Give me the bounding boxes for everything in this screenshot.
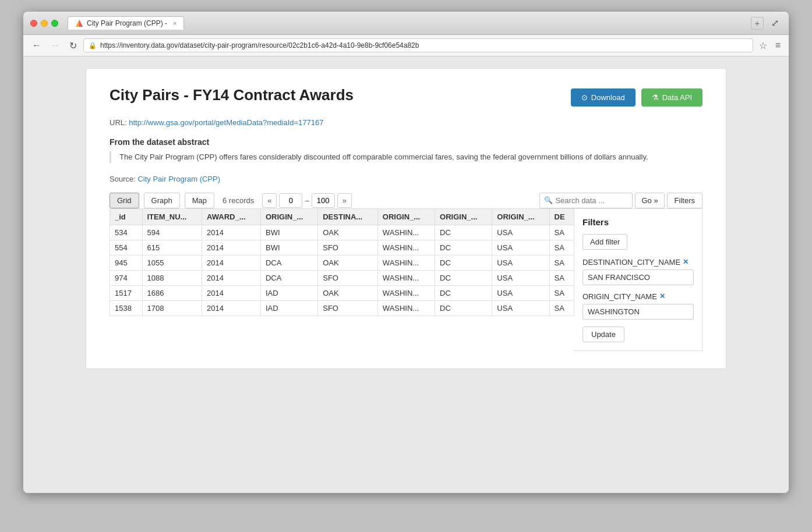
table-cell: 1686: [142, 285, 202, 300]
go-button[interactable]: Go »: [635, 193, 664, 208]
filter1-field-name: DESTINATION_CITY_NAME: [582, 258, 680, 267]
traffic-lights: [30, 20, 58, 27]
page-start-input[interactable]: [279, 193, 302, 208]
table-cell: 2014: [202, 270, 261, 285]
dataset-url-link[interactable]: http://www.gsa.gov/portal/getMediaData?m…: [129, 118, 323, 127]
filters-panel: Filters Add filter DESTINATION_CITY_NAME…: [574, 208, 702, 351]
filters-panel-title: Filters: [582, 217, 694, 227]
table-cell: 1055: [142, 255, 202, 270]
table-row[interactable]: 5345942014BWIOAKWASHIN...DCUSASA: [110, 225, 574, 240]
back-button[interactable]: ←: [29, 39, 44, 52]
prev-page-button[interactable]: «: [262, 193, 277, 208]
table-cell: WASHIN...: [377, 285, 435, 300]
update-button[interactable]: Update: [582, 327, 624, 342]
filters-button[interactable]: Filters: [667, 193, 702, 208]
flask-icon: ⚗: [652, 93, 659, 102]
data-toolbar: Grid Graph Map 6 records « – » 🔍 Go »: [110, 193, 702, 208]
new-tab-button[interactable]: +: [751, 17, 764, 30]
filter1-input[interactable]: [582, 269, 694, 285]
menu-icon[interactable]: ≡: [773, 39, 783, 52]
table-column-header: DESTINA...: [318, 208, 378, 225]
page-header: City Pairs - FY14 Contract Awards ⊙ Down…: [110, 86, 702, 107]
table-cell: USA: [492, 300, 549, 315]
data-api-button[interactable]: ⚗ Data API: [641, 88, 702, 107]
page-end-input[interactable]: [312, 193, 335, 208]
next-page-button[interactable]: »: [337, 193, 352, 208]
table-cell: USA: [492, 285, 549, 300]
download-button[interactable]: ⊙ Download: [571, 88, 636, 107]
search-wrapper: 🔍: [539, 193, 633, 208]
search-input[interactable]: [539, 193, 633, 208]
table-row[interactable]: 151716862014IADOAKWASHIN...DCUSASA: [110, 285, 574, 300]
table-cell: DC: [435, 270, 492, 285]
table-row[interactable]: 153817082014IADSFOWASHIN...DCUSASA: [110, 300, 574, 315]
table-cell: 2014: [202, 240, 261, 255]
close-window-button[interactable]: [30, 20, 37, 27]
expand-icon[interactable]: ⤢: [768, 16, 782, 30]
source-link[interactable]: City Pair Program (CPP): [137, 175, 220, 183]
table-cell: IAD: [260, 300, 317, 315]
refresh-button[interactable]: ↻: [66, 39, 80, 52]
data-table: _idITEM_NU...AWARD_...ORIGIN_...DESTINA.…: [110, 208, 574, 316]
filter2-input[interactable]: [582, 304, 694, 320]
maximize-window-button[interactable]: [51, 20, 58, 27]
table-cell: SA: [549, 270, 574, 285]
table-cell: WASHIN...: [377, 270, 435, 285]
forward-button[interactable]: →: [48, 39, 63, 52]
table-cell: SFO: [318, 270, 378, 285]
browser-tab[interactable]: City Pair Program (CPP) - ×: [68, 16, 184, 30]
map-view-button[interactable]: Map: [185, 193, 214, 208]
tab-close-icon[interactable]: ×: [173, 20, 176, 27]
table-cell: WASHIN...: [377, 255, 435, 270]
url-display: https://inventory.data.gov/dataset/city-…: [100, 41, 419, 49]
table-row[interactable]: 97410882014DCASFOWASHIN...DCUSASA: [110, 270, 574, 285]
address-bar[interactable]: 🔒 https://inventory.data.gov/dataset/cit…: [83, 38, 753, 52]
table-column-header: ORIGIN_...: [492, 208, 549, 225]
table-cell: DCA: [260, 255, 317, 270]
table-column-header: ORIGIN_...: [435, 208, 492, 225]
table-cell: 2014: [202, 285, 261, 300]
table-cell: SA: [549, 240, 574, 255]
filter1-label: DESTINATION_CITY_NAME ✕: [582, 258, 694, 267]
table-cell: SFO: [318, 240, 378, 255]
bookmark-icon[interactable]: ☆: [757, 39, 769, 52]
filter1-remove-icon[interactable]: ✕: [683, 258, 689, 266]
table-cell: 974: [110, 270, 143, 285]
url-label: URL:: [110, 118, 127, 127]
table-cell: DCA: [260, 270, 317, 285]
table-column-header: ORIGIN_...: [377, 208, 435, 225]
svg-marker-1: [79, 20, 83, 27]
table-cell: 534: [110, 225, 143, 240]
browser-window: City Pair Program (CPP) - × + ⤢ ← → ↻ 🔒 …: [23, 12, 789, 493]
filter2-remove-icon[interactable]: ✕: [659, 292, 665, 300]
table-cell: OAK: [318, 225, 378, 240]
table-cell: 2014: [202, 300, 261, 315]
table-cell: 1708: [142, 300, 202, 315]
table-cell: 615: [142, 240, 202, 255]
filter2-label: ORIGIN_CITY_NAME ✕: [582, 292, 694, 301]
table-column-header: ORIGIN_...: [260, 208, 317, 225]
lock-icon: 🔒: [89, 42, 97, 49]
page-title: City Pairs - FY14 Contract Awards: [110, 86, 354, 104]
page-separator: –: [305, 196, 309, 205]
grid-view-button[interactable]: Grid: [110, 193, 139, 208]
pagination: « – »: [262, 193, 352, 208]
table-header: _idITEM_NU...AWARD_...ORIGIN_...DESTINA.…: [110, 208, 574, 225]
minimize-window-button[interactable]: [41, 20, 48, 27]
table-cell: 1088: [142, 270, 202, 285]
table-cell: 594: [142, 225, 202, 240]
data-api-label: Data API: [662, 93, 692, 102]
url-line: URL: http://www.gsa.gov/portal/getMediaD…: [110, 118, 702, 127]
table-header-row: _idITEM_NU...AWARD_...ORIGIN_...DESTINA.…: [110, 208, 574, 225]
table-cell: SA: [549, 300, 574, 315]
graph-view-button[interactable]: Graph: [144, 193, 180, 208]
table-cell: DC: [435, 285, 492, 300]
add-filter-button[interactable]: Add filter: [582, 234, 627, 250]
table-row[interactable]: 5546152014BWISFOWASHIN...DCUSASA: [110, 240, 574, 255]
table-body: 5345942014BWIOAKWASHIN...DCUSASA55461520…: [110, 225, 574, 315]
table-cell: IAD: [260, 285, 317, 300]
table-cell: BWI: [260, 225, 317, 240]
table-cell: SFO: [318, 300, 378, 315]
browser-content: City Pairs - FY14 Contract Awards ⊙ Down…: [23, 56, 789, 493]
table-row[interactable]: 94510552014DCAOAKWASHIN...DCUSASA: [110, 255, 574, 270]
